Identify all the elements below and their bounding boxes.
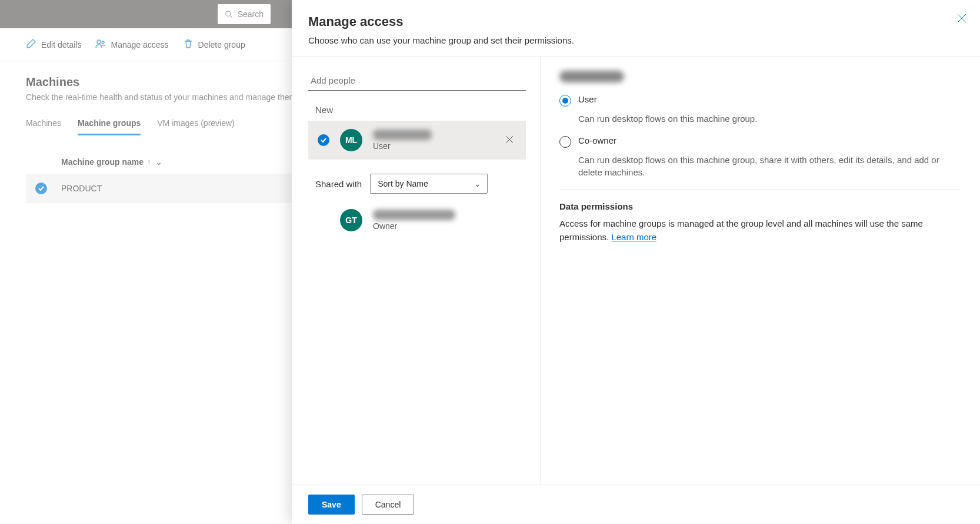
permission-user-row[interactable]: User xyxy=(559,94,961,107)
avatar: GT xyxy=(340,209,362,231)
avatar: ML xyxy=(340,129,362,151)
radio-coowner-label: Co-owner xyxy=(578,135,616,145)
person-name-redacted xyxy=(373,130,432,140)
divider xyxy=(559,189,961,190)
person-row-new[interactable]: ML User xyxy=(308,121,526,160)
panel-title: Manage access xyxy=(308,14,964,29)
permission-coowner-row[interactable]: Co-owner xyxy=(559,135,961,148)
panel-header: Manage access Choose who can use your ma… xyxy=(292,0,980,57)
learn-more-link[interactable]: Learn more xyxy=(611,232,656,242)
person-name-redacted xyxy=(373,210,455,220)
panel-right: User Can run desktop flows on this machi… xyxy=(541,57,980,485)
sort-by-select[interactable]: Sort by Name ⌄ xyxy=(370,174,488,194)
sort-value: Sort by Name xyxy=(378,179,428,188)
close-icon xyxy=(505,135,514,144)
radio-user[interactable] xyxy=(559,95,571,107)
radio-coowner-description: Can run desktop flows on this machine gr… xyxy=(578,154,961,178)
data-permissions-heading: Data permissions xyxy=(559,201,961,211)
cancel-button[interactable]: Cancel xyxy=(362,495,415,515)
person-row-shared[interactable]: GT Owner xyxy=(308,201,526,240)
panel-left: New ML User Shared with xyxy=(292,57,541,485)
data-permissions-text: Access for machine groups is managed at … xyxy=(559,217,961,244)
shared-with-label: Shared with xyxy=(315,179,362,189)
close-icon xyxy=(956,13,967,24)
person-selected-icon[interactable] xyxy=(318,134,329,146)
person-role: User xyxy=(373,141,492,151)
modal-overlay[interactable] xyxy=(0,0,292,524)
radio-user-description: Can run desktop flows on this machine gr… xyxy=(578,112,961,125)
panel-footer: Save Cancel xyxy=(292,485,980,524)
panel-subtitle: Choose who can use your machine group an… xyxy=(308,35,964,45)
close-button[interactable] xyxy=(956,13,967,25)
radio-coowner[interactable] xyxy=(559,136,571,148)
shared-with-row: Shared with Sort by Name ⌄ xyxy=(315,174,526,194)
add-people-input[interactable] xyxy=(308,71,526,91)
person-role: Owner xyxy=(373,221,516,231)
new-section-label: New xyxy=(315,105,526,115)
save-button[interactable]: Save xyxy=(308,495,355,515)
manage-access-panel: Manage access Choose who can use your ma… xyxy=(292,0,980,524)
radio-dot-icon xyxy=(562,98,568,104)
chevron-down-icon: ⌄ xyxy=(474,179,481,188)
selected-person-name-redacted xyxy=(559,71,624,82)
radio-user-label: User xyxy=(578,94,597,104)
person-info: Owner xyxy=(373,210,516,231)
remove-person-button[interactable] xyxy=(502,132,516,148)
person-info: User xyxy=(373,130,492,151)
